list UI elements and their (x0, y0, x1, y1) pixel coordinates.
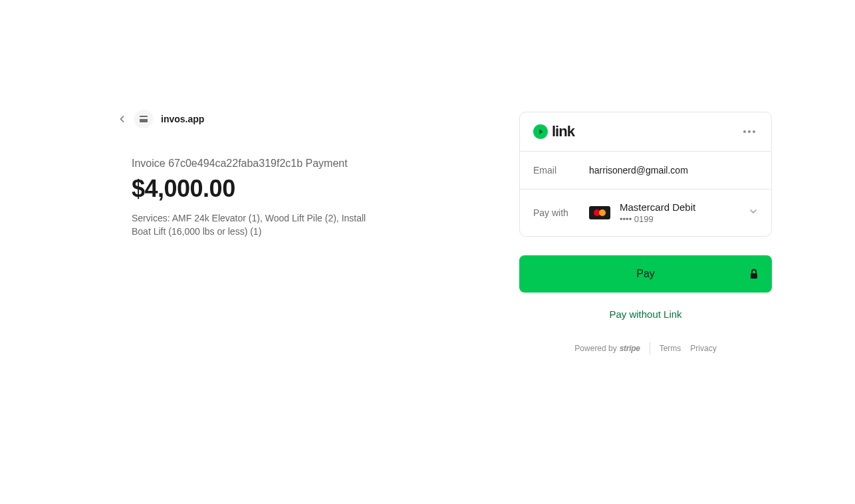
mastercard-icon (589, 206, 610, 219)
card-type: Mastercard Debit (620, 201, 749, 213)
link-logo: link (533, 123, 574, 140)
stripe-logo-text: stripe (620, 344, 640, 353)
pay-button-label: Pay (636, 268, 655, 280)
chevron-down-icon (749, 207, 758, 219)
summary-panel: invos.app Invoice 67c0e494ca22faba319f2c… (0, 0, 436, 504)
invoice-amount: $4,000.00 (132, 175, 436, 203)
privacy-link[interactable]: Privacy (690, 344, 716, 353)
paywith-label: Pay with (533, 207, 589, 218)
invoice-description: Services: AMF 24k Elevator (1), Wood Lif… (132, 212, 384, 238)
link-logo-icon (533, 124, 548, 139)
link-card-header: link (520, 112, 771, 152)
payment-panel: link Email harrisonerd@gmail.com Pay wit… (436, 0, 855, 504)
email-value: harrisonerd@gmail.com (589, 165, 688, 176)
footer-divider (650, 342, 650, 354)
invoice-title: Invoice 67c0e494ca22faba319f2c1b Payment (132, 158, 436, 170)
back-arrow-icon[interactable] (117, 114, 128, 124)
paywith-row[interactable]: Pay with Mastercard Debit •••• 0199 (520, 189, 771, 236)
footer: Powered by stripe Terms Privacy (574, 342, 716, 354)
email-label: Email (533, 165, 589, 176)
more-options-icon[interactable] (741, 128, 758, 136)
powered-by: Powered by stripe (574, 344, 640, 353)
lock-icon (749, 269, 759, 279)
merchant-avatar-icon (134, 110, 153, 128)
email-row: Email harrisonerd@gmail.com (520, 152, 771, 189)
pay-without-link-button[interactable]: Pay without Link (609, 309, 681, 320)
card-last4: •••• 0199 (620, 214, 749, 224)
link-logo-text: link (552, 123, 574, 140)
link-payment-card: link Email harrisonerd@gmail.com Pay wit… (519, 112, 772, 237)
card-info: Mastercard Debit •••• 0199 (620, 201, 749, 224)
pay-button[interactable]: Pay (519, 255, 772, 293)
merchant-name: invos.app (161, 114, 204, 124)
svg-rect-0 (751, 273, 757, 279)
merchant-header: invos.app (117, 110, 436, 128)
terms-link[interactable]: Terms (660, 344, 681, 353)
powered-label: Powered by (574, 344, 616, 353)
